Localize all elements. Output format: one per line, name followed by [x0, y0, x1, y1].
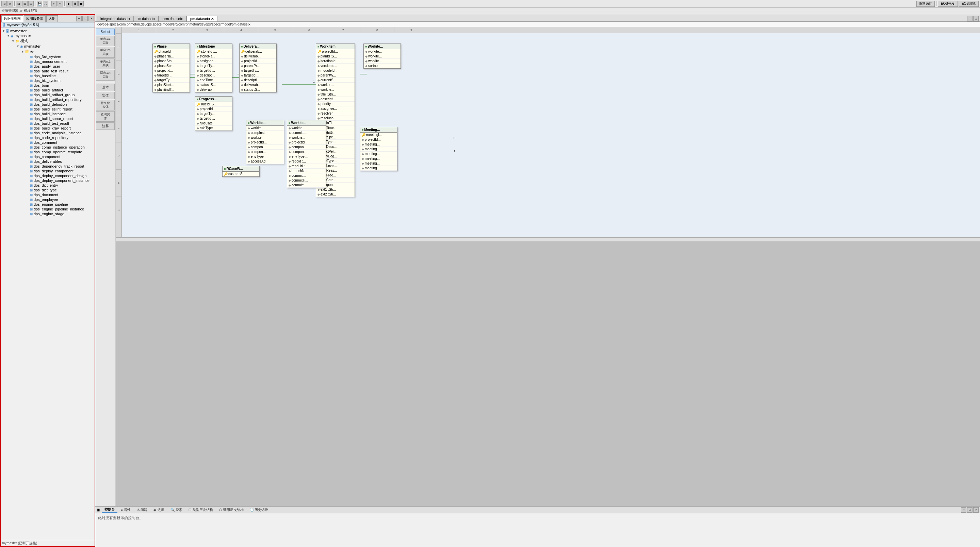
tree-item[interactable]: ⊞dps_engine_pipeline	[2, 202, 94, 207]
bottom-tab-search[interactable]: 🔍 搜索	[168, 507, 185, 513]
tab-lm[interactable]: lm.datasetx	[134, 16, 159, 21]
tree-item[interactable]: ⊞dps_dependency_track_report	[2, 164, 94, 169]
tree-item[interactable]: ⊞dps_baseline	[2, 73, 94, 78]
tree-item[interactable]: ⊞dps_build_artifact_group	[2, 92, 94, 97]
tree-item[interactable]: ⊞dps_document	[2, 192, 94, 197]
tree-item[interactable]: ⊞dps_bom	[2, 83, 94, 88]
canvas-scroll-area[interactable]: 1 2 3 4 5 6 7 8 9 1	[116, 27, 980, 506]
tree-item[interactable]: ⊞dps_build_xray_report	[2, 126, 94, 130]
tree-item[interactable]: ⊞dps_deploy_component_design	[2, 173, 94, 178]
left-panel-close[interactable]: ✕	[89, 16, 94, 21]
tool-rel-1-n[interactable]: 单向1:n关联	[96, 47, 115, 57]
wir-field-1: ◆workite...	[364, 49, 401, 54]
tree-item[interactable]: ⊞dps_code_repository	[2, 135, 94, 140]
tree-item[interactable]: ⊞dps_deploy_component	[2, 169, 94, 173]
entity-progress[interactable]: ■ Progress... 🔑ruleId :S... ◆projectId..…	[195, 96, 232, 131]
wim-field-11: ◆commitl...	[287, 173, 326, 178]
tool-select[interactable]: Select	[96, 29, 115, 35]
tree-item[interactable]: ⊞dps_build_sonar_report	[2, 116, 94, 121]
tool-rel-n-1[interactable]: 单向n:1关联	[96, 59, 115, 69]
tree-item[interactable]: ⊞dps_employee	[2, 197, 94, 202]
bottom-tab-console[interactable]: 控制台	[102, 507, 118, 513]
entity-phase[interactable]: ■ Phase 🔑phaseId ... ◆phaseNa... ◆phaseS…	[153, 43, 190, 92]
tree-item[interactable]: ▼📁模式	[2, 38, 94, 44]
tool-rel-bi[interactable]: 双向1:n关联	[96, 70, 115, 80]
tree-item[interactable]: ⊞dps_dict_entry	[2, 183, 94, 188]
entity-workitem-commit[interactable]: ■ Workite... ◆workite... ◆compInst... ◆w…	[246, 120, 284, 164]
toolbar-icon-1[interactable]: ◁	[2, 1, 7, 6]
entity-workitem-right[interactable]: ■ Workite... ◆workite... ◆workite... ◆wo…	[363, 43, 401, 69]
tool-comment[interactable]: 注释	[96, 122, 115, 130]
center-max[interactable]: □	[973, 16, 978, 21]
tree-item[interactable]: ▼📁表	[2, 49, 94, 54]
bottom-tab-issues[interactable]: ⚠ 问题	[134, 507, 150, 513]
left-panel-min[interactable]: ─	[76, 16, 82, 21]
tree-item[interactable]: ⊞dps_engine_stage	[2, 211, 94, 216]
toolbar-icon-11[interactable]: ⏸	[72, 1, 78, 6]
tree-item[interactable]: ⊞dps_deploy_component_instance	[2, 178, 94, 183]
bottom-min[interactable]: ─	[961, 507, 966, 513]
tree-item[interactable]: ⊞dps_apply_user	[2, 64, 94, 69]
tree-item[interactable]: ⊞dps_dict_type	[2, 188, 94, 192]
tree-item[interactable]: ⊞dps_build_eslint_report	[2, 107, 94, 111]
center-min[interactable]: ─	[967, 16, 972, 21]
tree-item[interactable]: ⊞dps_announcement	[2, 59, 94, 64]
bottom-tab-progress[interactable]: ◉ 进度	[151, 507, 167, 513]
tree-item[interactable]: ⊞dps_build_definition	[2, 102, 94, 107]
tree-item[interactable]: ⊞dps_build_artifact_repository	[2, 97, 94, 102]
bottom-max[interactable]: □	[967, 507, 972, 513]
tree-item[interactable]: ▼🗄mymaster	[2, 29, 94, 33]
entity-meeting[interactable]: ■ Meeting... 🔑meetingl... ◆projectId... …	[360, 127, 398, 171]
tab-app-server[interactable]: 应用服务器	[24, 15, 46, 22]
toolbar-icon-12[interactable]: ⏹	[78, 1, 84, 6]
tree-item[interactable]: ▼◉mymaster	[2, 33, 94, 38]
bottom-tab-history[interactable]: 🕐 历史记录	[247, 507, 271, 513]
tree-item[interactable]: ⊞dps_auto_test_result	[2, 69, 94, 73]
toolbar-icon-9[interactable]: ↪	[57, 1, 63, 6]
tool-entity[interactable]: 实体	[96, 92, 115, 99]
tree-item[interactable]: ⊞dps_build_instance	[2, 111, 94, 116]
h-scrollbar[interactable]	[116, 237, 980, 241]
tool-persist[interactable]: 持久化实体	[96, 100, 115, 111]
tree-item[interactable]: ⊞dps_deliverables	[2, 159, 94, 164]
tool-query[interactable]: 查询实体	[96, 111, 115, 122]
tree-item[interactable]: ⊞dps_comp_operate_template	[2, 150, 94, 154]
tree-item[interactable]: ⊞dps_biz_system	[2, 78, 94, 83]
tab-pm[interactable]: pm.datasetx ✕	[186, 16, 218, 21]
tree-item[interactable]: ⊞dps_3rd_system	[2, 54, 94, 59]
tree-item[interactable]: ⊞dps_build_test_result	[2, 121, 94, 126]
tree-item[interactable]: ⊞dps_engine_pipeline_instance	[2, 207, 94, 211]
tree-item[interactable]: ⊞dps_code_analysis_instance	[2, 130, 94, 135]
tab-database-view[interactable]: 数据库视图	[2, 15, 23, 22]
eos-dev-button[interactable]: EOS开发	[938, 1, 958, 7]
toolbar-icon-8[interactable]: ↩	[51, 1, 57, 6]
toolbar-icon-7[interactable]: 🖨	[43, 1, 48, 6]
tree-item[interactable]: ▼◉mymaster	[2, 44, 94, 49]
tab-outline[interactable]: 大纲	[46, 15, 58, 22]
tab-integration[interactable]: integration.datasetx	[97, 16, 134, 21]
tree-container[interactable]: ▼🗄mymaster▼◉mymaster▼📁模式▼◉mymaster▼📁表⊞dp…	[1, 28, 95, 540]
tool-basic[interactable]: 基本	[96, 84, 115, 91]
entity-milestone[interactable]: ■ Milestone 🔑stoneId :... ◆stoneNa... ◆a…	[195, 43, 232, 92]
bottom-tab-props[interactable]: ≡ 属性	[118, 507, 134, 513]
toolbar-icon-4[interactable]: ⊞	[22, 1, 27, 6]
tab-pcm[interactable]: pcm.datasetx	[159, 16, 186, 21]
bottom-close[interactable]: ✕	[973, 507, 978, 513]
tool-rel-1-1[interactable]: 单向1:1关联	[96, 36, 115, 46]
entity-deliverables[interactable]: ■ Delivera... 🔑deliverab... ◆deliverab..…	[239, 43, 277, 92]
toolbar-icon-3[interactable]: ⊡	[16, 1, 21, 6]
tree-item[interactable]: ⊞dps_build_artifact	[2, 88, 94, 92]
entity-workitem-mid[interactable]: ■ Workite... ◆workite... ◆commitL... ◆wo…	[287, 120, 326, 188]
bottom-tab-type-hier[interactable]: ⬡ 类型层次结构	[186, 507, 216, 513]
entity-rcasework[interactable]: ■ RCaseW... 🔑caseId :S...	[222, 166, 259, 177]
toolbar-icon-2[interactable]: ▷	[8, 1, 13, 6]
toolbar-icon-10[interactable]: ▶	[66, 1, 72, 6]
tree-item[interactable]: ⊞dps_comment	[2, 140, 94, 145]
bottom-tab-call-hier[interactable]: ⬡ 调用层次结构	[216, 507, 247, 513]
tree-item[interactable]: ⊞dps_comp_instance_operation	[2, 145, 94, 150]
tree-item[interactable]: ⊞dps_component	[2, 154, 94, 159]
toolbar-icon-5[interactable]: ⊟	[28, 1, 34, 6]
toolbar-icon-6[interactable]: 💾	[37, 1, 42, 6]
left-panel-max[interactable]: □	[82, 16, 88, 21]
eos-debug-button[interactable]: EOS调试	[959, 1, 978, 7]
